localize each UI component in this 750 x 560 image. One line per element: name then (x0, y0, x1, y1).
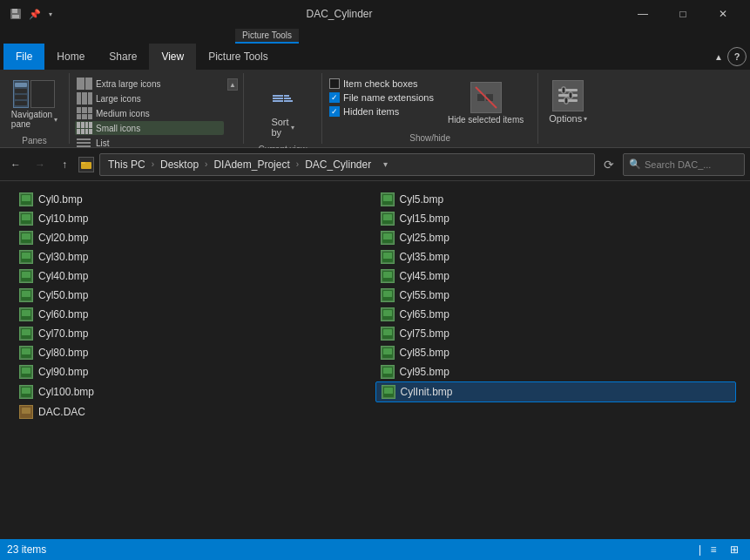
qa-save-btn[interactable] (7, 5, 24, 23)
picture-tools-bar: Picture Tools (0, 28, 750, 44)
options-button[interactable]: Options ▾ (545, 77, 591, 127)
hide-selected-button[interactable]: Hide selected items (441, 78, 530, 128)
path-desktop[interactable]: Desktop (158, 158, 201, 172)
ribbon-content: Navigationpane ▾ Panes Extra large icons (0, 70, 750, 148)
list-item[interactable]: Cyl25.bmp (375, 228, 737, 247)
list-item[interactable]: Cyl70.bmp (14, 324, 375, 343)
hidden-items-checkbox[interactable]: ✓ (329, 106, 340, 117)
up-button[interactable]: ↑ (54, 154, 75, 175)
tab-home[interactable]: Home (44, 44, 97, 70)
back-button[interactable]: ← (5, 154, 26, 175)
list-item[interactable]: Cyl20.bmp (14, 228, 375, 247)
svg-rect-28 (22, 253, 30, 259)
list-item[interactable]: Cyl45.bmp (375, 267, 737, 286)
window-controls: — □ ✕ (623, 0, 743, 28)
svg-rect-8 (558, 94, 578, 97)
list-item[interactable]: Cyl30.bmp (14, 247, 375, 267)
list-item[interactable]: Cyl85.bmp (375, 343, 737, 362)
list-item[interactable]: Cyl5.bmp (375, 190, 737, 209)
close-button[interactable]: ✕ (703, 0, 743, 28)
medium-icons-btn[interactable]: Medium icons (75, 106, 224, 120)
maximize-button[interactable]: □ (663, 0, 703, 28)
file-name: Cyl50.bmp (38, 289, 88, 301)
path-thispc[interactable]: This PC (105, 158, 148, 172)
list-item[interactable]: Cyl80.bmp (14, 343, 375, 362)
path-diadem[interactable]: DIAdem_Project (211, 158, 292, 172)
file-name: Cyl80.bmp (38, 347, 88, 359)
status-bar-right: ≡ ⊞ (705, 542, 743, 557)
address-dropdown[interactable]: ▾ (377, 153, 393, 176)
svg-rect-40 (22, 310, 30, 316)
ribbon: Picture Tools File Home Share View Pictu… (0, 28, 750, 148)
tab-file[interactable]: File (3, 44, 44, 70)
list-item[interactable]: Cyl40.bmp (14, 267, 375, 286)
refresh-button[interactable]: ⟳ (598, 153, 619, 176)
help-btn[interactable]: ? (727, 47, 747, 66)
ribbon-collapse-btn[interactable]: ▲ (710, 48, 727, 65)
file-icon (19, 385, 33, 399)
sort-by-button[interactable]: Sortby ▾ (264, 77, 302, 141)
file-icon (381, 269, 395, 283)
ribbon-end-controls: ▲ ? (710, 47, 750, 66)
ribbon-tabs: File Home Share View Picture Tools ▲ ? (0, 44, 750, 70)
file-icon (19, 405, 33, 419)
large-icons-btn[interactable]: Large icons (75, 91, 224, 105)
svg-rect-16 (22, 195, 30, 201)
svg-rect-52 (22, 368, 30, 374)
search-icon: 🔍 (629, 159, 641, 170)
extra-large-icons-btn[interactable]: Extra large icons (75, 77, 224, 91)
tab-share[interactable]: Share (97, 44, 149, 70)
list-item[interactable]: Cyl60.bmp (14, 305, 375, 324)
svg-rect-12 (564, 98, 568, 104)
list-item[interactable]: Cyl95.bmp (375, 362, 737, 381)
svg-rect-42 (383, 310, 392, 316)
svg-rect-38 (383, 291, 392, 297)
list-item[interactable]: Cyl15.bmp (375, 209, 737, 228)
address-path[interactable]: This PC › Desktop › DIAdem_Project › DAC… (99, 153, 595, 176)
list-item[interactable]: Cyl55.bmp (375, 286, 737, 305)
item-check-boxes-checkbox[interactable] (329, 78, 340, 89)
minimize-button[interactable]: — (623, 0, 663, 28)
hidden-items-toggle[interactable]: ✓ Hidden items (329, 106, 434, 117)
svg-rect-1 (12, 9, 17, 13)
list-item[interactable]: Cyl65.bmp (375, 305, 737, 324)
file-name: Cyl0.bmp (38, 193, 83, 206)
navigation-pane-button[interactable]: Navigationpane ▾ (8, 77, 61, 132)
file-icon (19, 346, 33, 360)
list-item[interactable]: Cyl35.bmp (375, 247, 737, 267)
forward-button[interactable]: → (30, 154, 51, 175)
file-name: Cyl90.bmp (38, 366, 88, 378)
tab-view[interactable]: View (149, 44, 196, 70)
layout-scroll-up[interactable]: ▲ (227, 78, 238, 91)
address-bar: ← → ↑ This PC › Desktop › DIAdem_Project… (0, 148, 750, 181)
view-toggle-list[interactable]: ≡ (705, 542, 722, 557)
main-area: Cyl0.bmp Cyl5.bmp Cyl10.bmp (0, 181, 750, 539)
list-item[interactable]: Cyl50.bmp (14, 286, 375, 305)
svg-rect-50 (383, 348, 392, 354)
list-item[interactable]: Cyl10.bmp (14, 209, 375, 228)
file-icon (19, 365, 33, 379)
list-item[interactable]: Cyl100.bmp (14, 381, 375, 402)
svg-rect-54 (383, 368, 392, 374)
list-item[interactable]: DAC.DAC (14, 402, 375, 422)
svg-rect-10 (562, 87, 565, 93)
item-check-boxes-toggle[interactable]: Item check boxes (329, 78, 434, 89)
list-item[interactable]: Cyl90.bmp (14, 362, 375, 381)
file-icon (381, 250, 395, 264)
svg-rect-2 (12, 15, 19, 18)
qa-dropdown[interactable]: ▾ (45, 5, 56, 23)
file-icon (381, 288, 395, 302)
small-icons-btn[interactable]: Small icons (75, 121, 224, 135)
list-item[interactable]: Cyl0.bmp (14, 190, 375, 209)
file-name-extensions-checkbox[interactable]: ✓ (329, 92, 340, 103)
path-dac-cylinder[interactable]: DAC_Cylinder (302, 158, 374, 172)
list-item[interactable]: Cyl75.bmp (375, 324, 737, 343)
view-toggle-grid[interactable]: ⊞ (726, 542, 743, 557)
file-name-extensions-toggle[interactable]: ✓ File name extensions (329, 92, 434, 103)
qa-pin-btn[interactable]: 📌 (26, 5, 44, 23)
file-name: Cyl55.bmp (400, 289, 449, 301)
options-icon (552, 80, 584, 111)
list-item[interactable]: CylInit.bmp (375, 381, 737, 402)
tab-picturetools[interactable]: Picture Tools (196, 44, 280, 70)
search-box[interactable]: 🔍 Search DAC_... (623, 153, 745, 176)
